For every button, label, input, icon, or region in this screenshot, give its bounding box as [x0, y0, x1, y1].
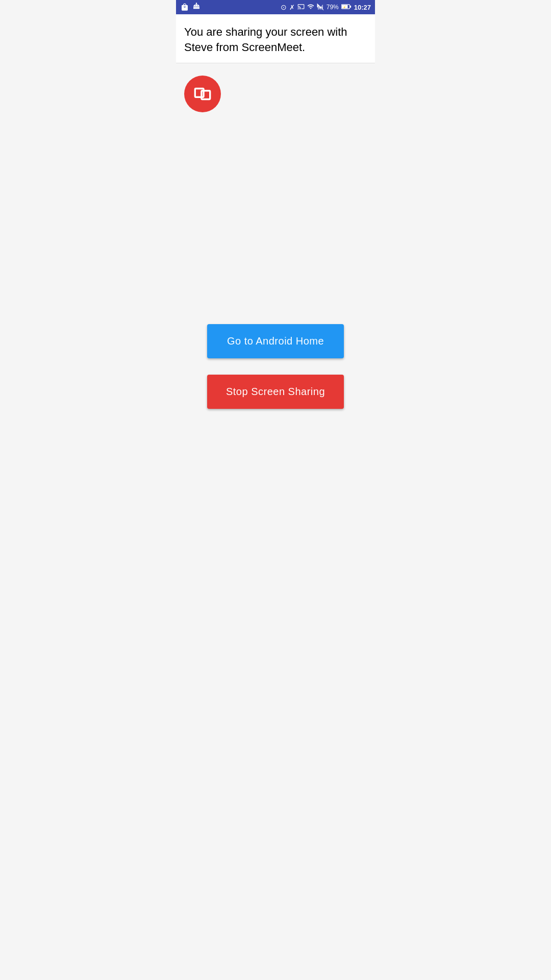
shopping-bag-icon — [180, 3, 189, 12]
record-icon: ⊙ — [281, 3, 287, 11]
status-bar-right-icons: ⊙ ✗ 79% ⚡ — [281, 3, 371, 12]
cast-icon — [297, 3, 305, 12]
screenmeet-logo — [184, 76, 221, 112]
sharing-message: You are sharing your screen with Steve f… — [184, 24, 367, 55]
stop-screen-sharing-button[interactable]: Stop Screen Sharing — [207, 375, 343, 409]
button-area: Go to Android Home Stop Screen Sharing — [184, 324, 367, 433]
main-content: Go to Android Home Stop Screen Sharing — [176, 63, 375, 446]
header-notification: You are sharing your screen with Steve f… — [176, 14, 375, 63]
battery-icon: ⚡ — [341, 4, 352, 11]
svg-rect-1 — [349, 5, 351, 7]
go-to-android-home-button[interactable]: Go to Android Home — [207, 324, 343, 358]
svg-text:⚡: ⚡ — [342, 5, 346, 9]
status-bar: ⊙ ✗ 79% ⚡ — [176, 0, 375, 14]
status-bar-left-icons — [180, 2, 201, 12]
status-time: 10:27 — [354, 4, 371, 11]
bluetooth-icon: ✗ — [289, 4, 295, 11]
battery-percent: 79% — [327, 4, 339, 11]
wifi-icon — [307, 3, 314, 12]
robot-icon — [192, 2, 201, 12]
signal-icon — [317, 3, 324, 12]
